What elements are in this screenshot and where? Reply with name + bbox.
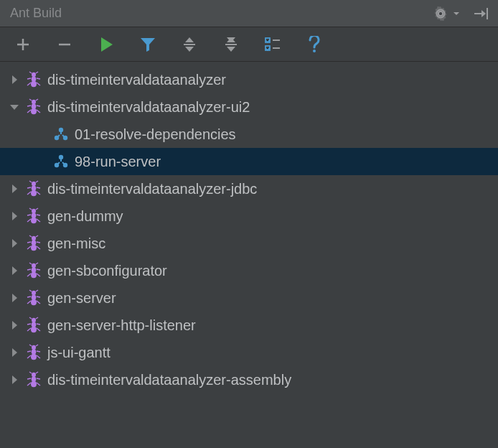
svg-point-30	[32, 294, 37, 299]
svg-point-39	[32, 376, 37, 381]
svg-point-10	[31, 108, 37, 114]
svg-point-24	[32, 240, 37, 245]
svg-point-25	[31, 245, 37, 251]
svg-point-38	[32, 373, 36, 377]
svg-point-18	[32, 185, 37, 190]
ant-icon	[24, 70, 43, 89]
expand-arrow-icon[interactable]	[4, 233, 24, 253]
tree-item-label: gen-sbconfigurator	[47, 263, 167, 279]
svg-point-8	[32, 100, 36, 104]
tree-item-label: gen-server-http-listener	[47, 317, 196, 334]
tree-item[interactable]: dis-timeintervaldataanalyzer-assembly	[0, 366, 498, 393]
toolbar	[0, 27, 498, 62]
svg-point-28	[31, 272, 37, 278]
ant-icon	[24, 234, 43, 253]
tree-item[interactable]: gen-server-http-listener	[0, 312, 498, 339]
gear-chevron-icon[interactable]	[454, 11, 459, 17]
expand-arrow-icon[interactable]	[4, 97, 24, 117]
expand-arrow-icon[interactable]	[4, 342, 24, 363]
tree-item[interactable]: gen-dummy	[0, 202, 498, 230]
titlebar-actions	[431, 4, 491, 24]
ant-icon	[24, 316, 43, 335]
tree-item[interactable]: dis-timeintervaldataanalyzer	[0, 66, 498, 93]
svg-point-17	[32, 182, 36, 186]
svg-point-19	[31, 190, 37, 196]
svg-point-26	[32, 263, 36, 268]
svg-point-31	[31, 299, 37, 305]
tree-target-item[interactable]: 98-run-server	[0, 148, 498, 175]
expand-arrow-icon[interactable]	[4, 261, 24, 281]
svg-point-20	[32, 209, 36, 213]
expand-arrow-icon[interactable]	[4, 70, 24, 90]
ant-icon	[24, 370, 43, 389]
filter-icon[interactable]	[138, 34, 158, 55]
ant-icon	[24, 98, 43, 116]
svg-point-27	[32, 267, 37, 272]
ant-build-tree[interactable]: dis-timeintervaldataanalyzerdis-timeinte…	[0, 62, 498, 393]
add-icon[interactable]	[13, 34, 33, 55]
ant-icon	[24, 289, 43, 307]
tree-item-label: dis-timeintervaldataanalyzer-assembly	[47, 372, 291, 388]
properties-icon[interactable]	[263, 34, 283, 55]
svg-point-4	[313, 50, 316, 52]
svg-point-23	[32, 236, 36, 241]
expand-arrow-icon[interactable]	[4, 315, 24, 335]
svg-point-6	[32, 76, 37, 81]
target-icon	[52, 125, 70, 144]
tree-item-label: dis-timeintervaldataanalyzer	[47, 72, 226, 88]
tree-item-label: js-ui-gantt	[47, 345, 111, 361]
ant-icon	[24, 179, 43, 198]
tree-item-label: dis-timeintervaldataanalyzer-jdbc	[47, 181, 257, 197]
tree-item-label: 01-resolve-dependencies	[75, 126, 236, 143]
svg-point-5	[32, 73, 36, 77]
tree-item[interactable]: gen-server	[0, 284, 498, 312]
remove-icon[interactable]	[55, 34, 75, 55]
target-icon	[52, 152, 70, 171]
tree-item-label: 98-run-server	[75, 154, 161, 170]
expand-arrow-icon[interactable]	[4, 179, 24, 199]
tree-item-label: gen-server	[47, 290, 116, 307]
run-icon[interactable]	[96, 34, 116, 55]
svg-point-37	[31, 354, 37, 360]
expand-arrow-icon[interactable]	[4, 370, 24, 390]
svg-point-36	[32, 349, 37, 354]
ant-icon	[24, 343, 43, 362]
svg-point-35	[32, 345, 36, 350]
svg-point-29	[32, 291, 36, 295]
titlebar: Ant Build	[0, 0, 498, 27]
ant-icon	[24, 207, 43, 225]
tree-item[interactable]: dis-timeintervaldataanalyzer-jdbc	[0, 175, 498, 202]
svg-point-33	[32, 322, 37, 327]
hide-icon[interactable]	[471, 4, 491, 24]
tree-target-item[interactable]: 01-resolve-dependencies	[0, 121, 498, 148]
svg-point-7	[31, 81, 37, 87]
tree-item[interactable]: dis-timeintervaldataanalyzer-ui2	[0, 93, 498, 121]
tree-item-label: gen-misc	[47, 235, 105, 252]
svg-point-34	[31, 327, 37, 332]
tree-item-label: dis-timeintervaldataanalyzer-ui2	[47, 99, 250, 116]
ant-icon	[24, 261, 43, 280]
svg-point-21	[32, 213, 37, 218]
svg-point-32	[32, 318, 36, 322]
panel-title: Ant Build	[10, 6, 62, 21]
expand-arrow-icon[interactable]	[4, 288, 24, 308]
collapse-all-icon[interactable]	[221, 34, 241, 55]
help-icon[interactable]	[304, 34, 324, 55]
svg-point-1	[439, 12, 442, 15]
svg-point-40	[31, 381, 37, 387]
svg-point-9	[32, 103, 37, 108]
tree-item[interactable]: gen-misc	[0, 230, 498, 257]
expand-all-icon[interactable]	[179, 34, 199, 55]
tree-item[interactable]: js-ui-gantt	[0, 339, 498, 366]
expand-arrow-icon[interactable]	[4, 206, 24, 226]
gear-icon[interactable]	[431, 4, 451, 24]
tree-item[interactable]: gen-sbconfigurator	[0, 257, 498, 284]
svg-point-22	[31, 218, 37, 223]
tree-item-label: gen-dummy	[47, 208, 123, 225]
